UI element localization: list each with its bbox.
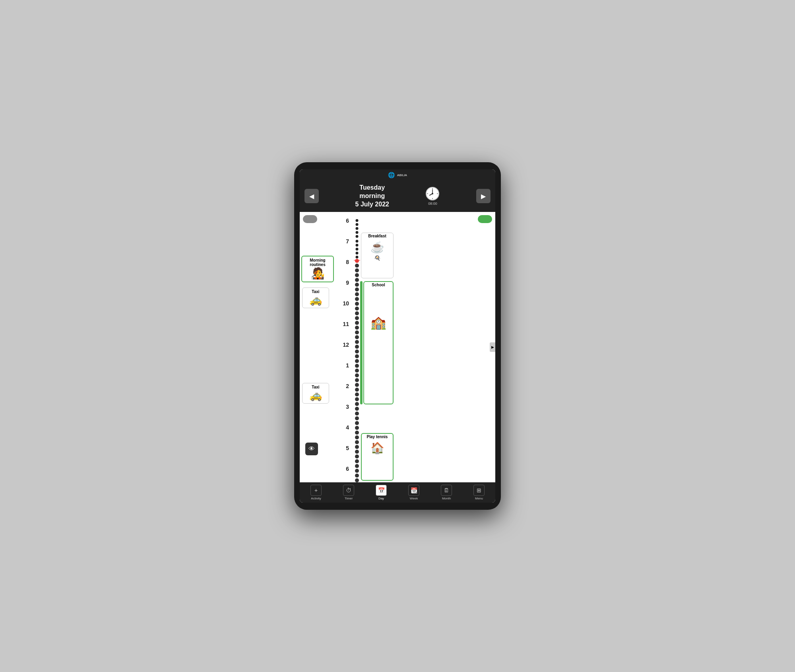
hours-column: 6 7 8 9 10 11 12 1 2 3 4 5 6	[332, 212, 351, 482]
dot-10d	[355, 316, 359, 320]
dot-11	[355, 321, 359, 325]
dot-7	[356, 240, 359, 243]
hour-11: 11	[343, 321, 349, 327]
timeline-area: Taxi 🚕 Taxi 🚕 6 7 8 9 10 11 12 1 2 3	[300, 212, 495, 482]
dot-12d	[355, 354, 359, 358]
activity-label: Activity	[311, 497, 321, 500]
dot-10	[355, 302, 359, 306]
date-label: 5 July 2022	[355, 200, 389, 209]
dot-6d	[356, 231, 359, 234]
dot-4d	[355, 431, 359, 435]
breakfast-event[interactable]: Breakfast ☕ 🍳	[361, 233, 394, 278]
dot-6c	[356, 227, 359, 230]
hour-12: 12	[343, 342, 349, 348]
school-event[interactable]: School 🏫	[363, 281, 394, 404]
dot-4b	[355, 421, 359, 425]
dot-12b	[355, 345, 359, 349]
left-toggle[interactable]	[303, 215, 317, 223]
dot-7d	[356, 252, 359, 254]
tennis-event[interactable]: Play tennis 🏠	[361, 433, 394, 481]
week-icon: 📆	[408, 485, 419, 496]
dot-4	[355, 416, 359, 420]
dot-12c	[355, 350, 359, 353]
dot-10b	[355, 307, 359, 311]
nav-menu[interactable]: ⊞ Menu	[473, 485, 485, 500]
next-button[interactable]: ▶	[476, 189, 491, 203]
nav-week[interactable]: 📆 Week	[408, 485, 419, 500]
dot-5	[355, 435, 359, 439]
dot-2c	[355, 388, 359, 392]
dot-7b	[356, 244, 359, 247]
hour-8: 8	[346, 259, 349, 265]
tennis-label: Play tennis	[365, 434, 390, 440]
morning-routines-label: Morning routines	[304, 258, 332, 267]
morning-routines-card[interactable]: Morning routines 🧑‍🎤	[301, 256, 334, 282]
taxi-card-bottom[interactable]: Taxi 🚕	[302, 383, 329, 404]
dot-7e	[356, 256, 359, 258]
month-label: Month	[442, 497, 451, 500]
hour-7: 7	[346, 238, 349, 245]
device: 🌐 ABILIA ◀ Tuesday morning 5 July 2022	[294, 162, 501, 509]
dot-3d	[355, 412, 359, 416]
current-time-dot	[355, 259, 359, 263]
dot-7c	[356, 248, 359, 251]
dot-9b	[355, 287, 359, 291]
hour-4: 4	[346, 424, 349, 431]
brand-bar: 🌐 ABILIA	[300, 169, 495, 181]
hour-9: 9	[346, 280, 349, 286]
hour-1: 1	[346, 362, 349, 369]
day-icon: 📅	[376, 485, 387, 496]
menu-icon: ⊞	[473, 485, 485, 496]
day-label: Day	[378, 497, 384, 500]
dot-6	[356, 219, 359, 222]
dot-8c	[355, 268, 359, 272]
nav-month[interactable]: 🗓 Month	[441, 485, 452, 500]
hour-6: 6	[346, 218, 349, 224]
nav-activity[interactable]: + Activity	[310, 485, 322, 500]
right-scroll-button[interactable]: ▶	[490, 342, 495, 352]
dot-6k	[355, 478, 359, 482]
current-time-line	[354, 260, 360, 260]
prev-button[interactable]: ◀	[304, 189, 319, 203]
dot-6e	[356, 235, 359, 238]
breakfast-icon: ☕	[369, 239, 386, 255]
menu-label: Menu	[475, 497, 483, 500]
taxi-card-top[interactable]: Taxi 🚕	[302, 287, 329, 308]
brand-name: ABILIA	[397, 173, 407, 177]
nav-day[interactable]: 📅 Day	[376, 485, 387, 500]
brand-icon: 🌐	[388, 172, 395, 178]
dot-11b	[355, 326, 359, 330]
time-of-day-label: morning	[355, 192, 389, 200]
school-label: School	[370, 282, 386, 288]
dot-6f	[355, 454, 359, 458]
dot-9c	[355, 292, 359, 296]
activity-icon: +	[310, 485, 322, 496]
dot-6i	[355, 469, 359, 473]
header: ◀ Tuesday morning 5 July 2022	[300, 181, 495, 212]
dot-6h	[355, 464, 359, 468]
dot-1c	[355, 369, 359, 373]
dot-11d	[355, 335, 359, 339]
dot-5c	[355, 445, 359, 449]
day-label: Tuesday	[355, 184, 389, 192]
dot-1	[355, 359, 359, 363]
school-icon: 🏫	[367, 312, 390, 333]
dots-column	[354, 212, 360, 482]
taxi-top-label: Taxi	[312, 289, 319, 294]
taxi-bottom-icon: 🚕	[309, 389, 322, 402]
right-toggle[interactable]	[478, 215, 492, 223]
breakfast-label: Breakfast	[366, 233, 388, 239]
month-icon: 🗓	[441, 485, 452, 496]
dot-6j	[355, 474, 359, 478]
dot-5d	[355, 450, 359, 454]
dot-6b	[356, 223, 359, 226]
dot-1d	[355, 373, 359, 377]
nav-timer[interactable]: ⏱ Timer	[343, 485, 354, 500]
dot-2	[355, 378, 359, 382]
dot-9d	[355, 297, 359, 301]
school-bar	[360, 281, 363, 404]
dot-9	[355, 283, 359, 287]
dot-12	[355, 340, 359, 344]
eye-button[interactable]: 👁	[305, 443, 318, 455]
dot-3c	[355, 407, 359, 411]
